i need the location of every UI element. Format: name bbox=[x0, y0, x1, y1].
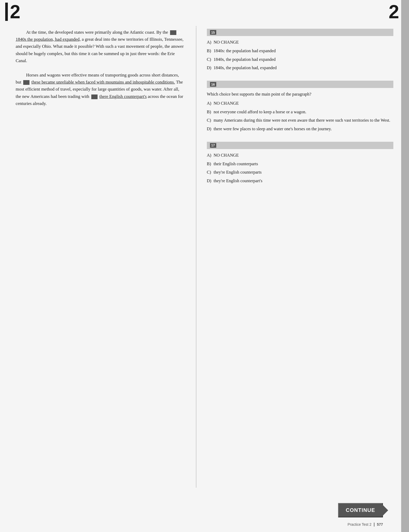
q15-choice-b[interactable]: B) 1840s: the population had expanded bbox=[207, 48, 393, 54]
question-block-16: 16 Which choice best supports the main p… bbox=[207, 81, 393, 132]
q16-choice-a[interactable]: A) NO CHANGE bbox=[207, 100, 393, 107]
footer-page-label: Practice Test 2 bbox=[348, 522, 372, 527]
header-left: 2 bbox=[0, 0, 20, 23]
q16-d-text: there were few places to sleep and water… bbox=[214, 126, 393, 132]
q15-a-text: NO CHANGE bbox=[214, 39, 393, 46]
passage-p1-prefix: At the time, the developed states were p… bbox=[26, 30, 169, 35]
q15-c-letter: C) bbox=[207, 56, 214, 63]
q16-choice-d[interactable]: D) there were few places to sleep and wa… bbox=[207, 126, 393, 132]
q15-b-text: 1840s: the population had expanded bbox=[214, 48, 393, 54]
q16-choice-b[interactable]: B) not everyone could afford to keep a h… bbox=[207, 109, 393, 115]
q15-badge: 15 bbox=[210, 30, 216, 35]
question-block-15: 15 A) NO CHANGE B) 1840s: the population… bbox=[207, 29, 393, 71]
passage-p2-underlined2: there English counterpart's bbox=[99, 94, 147, 99]
q17-b-text: their English counterparts bbox=[214, 161, 393, 167]
q16-choice-c[interactable]: C) many Americans during this time were … bbox=[207, 117, 393, 124]
passage-paragraph-1: At the time, the developed states were p… bbox=[16, 29, 185, 64]
q15-choice-d[interactable]: D) 1840s, the population had, expanded bbox=[207, 65, 393, 71]
q17-inline-badge: 17 bbox=[91, 94, 98, 99]
page: 2 2 At the time, the developed states we… bbox=[0, 0, 409, 532]
footer-page-number: 577 bbox=[377, 522, 383, 527]
q15-d-letter: D) bbox=[207, 65, 214, 71]
q15-a-letter: A) bbox=[207, 39, 214, 46]
passage-column: At the time, the developed states were p… bbox=[0, 26, 196, 487]
passage-p2-underlined1: these became unreliable when faced with … bbox=[31, 80, 175, 85]
left-section-number: 2 bbox=[5, 2, 20, 21]
q16-a-letter: A) bbox=[207, 100, 214, 107]
passage-p1-underlined: 1840s the population, had expanded, bbox=[16, 37, 81, 42]
question-header-15: 15 bbox=[207, 29, 393, 36]
left-section-num: 2 bbox=[10, 2, 20, 21]
q16-b-text: not everyone could afford to keep a hors… bbox=[214, 109, 393, 115]
content-area: At the time, the developed states were p… bbox=[0, 23, 409, 498]
question-header-16: 16 bbox=[207, 81, 393, 88]
q15-choice-a[interactable]: A) NO CHANGE bbox=[207, 39, 393, 46]
q16-d-letter: D) bbox=[207, 126, 214, 132]
q17-choice-b[interactable]: B) their English counterparts bbox=[207, 161, 393, 167]
q15-choice-c[interactable]: C) 1840s, the population had expanded bbox=[207, 56, 393, 63]
q17-b-letter: B) bbox=[207, 161, 214, 167]
footer-page-info: Practice Test 2 | 577 bbox=[348, 522, 383, 527]
q15-b-letter: B) bbox=[207, 48, 214, 54]
q15-c-text: 1840s, the population had expanded bbox=[214, 56, 393, 63]
continue-area: CONTINUE Practice Test 2 | 577 bbox=[0, 498, 409, 532]
q17-d-letter: D) bbox=[207, 178, 214, 184]
q17-c-letter: C) bbox=[207, 169, 214, 176]
q16-c-text: many Americans during this time were not… bbox=[214, 117, 393, 124]
q16-b-letter: B) bbox=[207, 109, 214, 115]
passage-paragraph-2: Horses and wagons were effective means o… bbox=[16, 72, 185, 107]
q17-choice-c[interactable]: C) they're English counterparts bbox=[207, 169, 393, 176]
continue-arrow-icon bbox=[382, 505, 388, 516]
q17-c-text: they're English counterparts bbox=[214, 169, 393, 176]
q16-inline-badge: 16 bbox=[23, 80, 29, 85]
right-section-num: 2 bbox=[389, 2, 399, 21]
footer-separator: | bbox=[374, 522, 375, 527]
continue-button[interactable]: CONTINUE bbox=[338, 503, 383, 517]
q15-d-text: 1840s, the population had, expanded bbox=[214, 65, 393, 71]
q17-a-letter: A) bbox=[207, 152, 214, 159]
question-block-17: 17 A) NO CHANGE B) their English counter… bbox=[207, 142, 393, 184]
q16-a-text: NO CHANGE bbox=[214, 100, 393, 107]
q15-inline-badge: 15 bbox=[170, 30, 176, 35]
q17-choice-d[interactable]: D) they're English counterpart's bbox=[207, 178, 393, 184]
q17-a-text: NO CHANGE bbox=[214, 152, 393, 159]
continue-label: CONTINUE bbox=[346, 507, 375, 513]
questions-column: 15 A) NO CHANGE B) 1840s: the population… bbox=[196, 26, 409, 487]
question-header-17: 17 bbox=[207, 142, 393, 149]
black-bar-left bbox=[5, 3, 8, 21]
page-header: 2 2 bbox=[0, 0, 409, 23]
q16-c-letter: C) bbox=[207, 117, 214, 124]
q16-badge: 16 bbox=[210, 82, 216, 87]
q17-choice-a[interactable]: A) NO CHANGE bbox=[207, 152, 393, 159]
right-scrollbar bbox=[401, 0, 409, 532]
q17-badge: 17 bbox=[210, 143, 216, 148]
q16-prompt: Which choice best supports the main poin… bbox=[207, 91, 393, 98]
q17-d-text: they're English counterpart's bbox=[214, 178, 393, 184]
